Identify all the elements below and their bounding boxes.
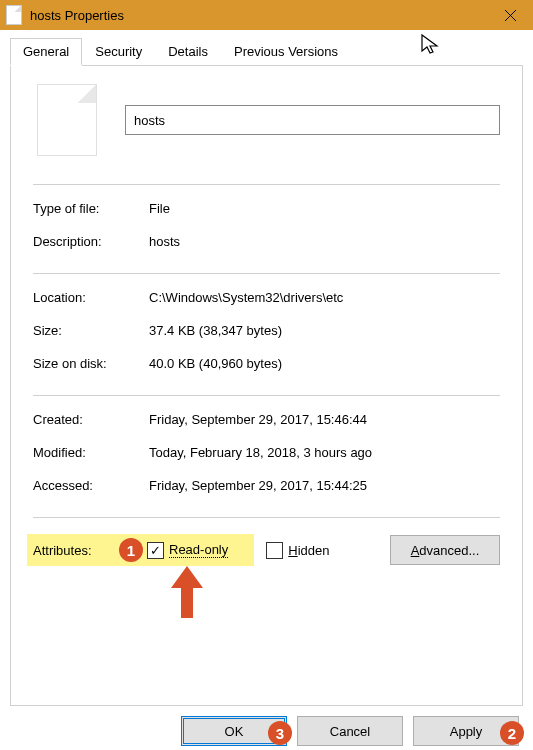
created-value: Friday, September 29, 2017, 15:46:44: [149, 412, 500, 427]
title-bar[interactable]: hosts Properties: [0, 0, 533, 30]
description-row: Description: hosts: [33, 234, 500, 249]
modified-row: Modified: Today, February 18, 2018, 3 ho…: [33, 445, 500, 460]
sizeondisk-label: Size on disk:: [33, 356, 149, 371]
created-row: Created: Friday, September 29, 2017, 15:…: [33, 412, 500, 427]
accessed-label: Accessed:: [33, 478, 149, 493]
tab-previous-versions[interactable]: Previous Versions: [221, 38, 351, 65]
divider: [33, 517, 500, 518]
modified-value: Today, February 18, 2018, 3 hours ago: [149, 445, 500, 460]
tab-details[interactable]: Details: [155, 38, 221, 65]
location-value: C:\Windows\System32\drivers\etc: [149, 290, 500, 305]
ok-button[interactable]: OK 3: [181, 716, 287, 746]
size-label: Size:: [33, 323, 149, 338]
tab-strip: General Security Details Previous Versio…: [10, 38, 523, 66]
size-value: 37.4 KB (38,347 bytes): [149, 323, 500, 338]
divider: [33, 184, 500, 185]
accessed-row: Accessed: Friday, September 29, 2017, 15…: [33, 478, 500, 493]
sizeondisk-value: 40.0 KB (40,960 bytes): [149, 356, 500, 371]
apply-button[interactable]: Apply 2: [413, 716, 519, 746]
modified-label: Modified:: [33, 445, 149, 460]
attributes-label: Attributes:: [33, 543, 119, 558]
annotation-badge-3: 3: [268, 721, 292, 745]
readonly-checkbox[interactable]: [147, 542, 164, 559]
hidden-label[interactable]: Hidden: [288, 543, 329, 558]
file-icon: [6, 5, 22, 25]
annotation-badge-1: 1: [119, 538, 143, 562]
dialog-button-row: OK 3 Cancel Apply 2: [0, 706, 533, 750]
tab-general[interactable]: General: [10, 38, 82, 66]
readonly-label[interactable]: Read-only: [169, 542, 228, 558]
cancel-button[interactable]: Cancel: [297, 716, 403, 746]
advanced-button[interactable]: Advanced...: [390, 535, 500, 565]
accessed-value: Friday, September 29, 2017, 15:44:25: [149, 478, 500, 493]
location-row: Location: C:\Windows\System32\drivers\et…: [33, 290, 500, 305]
close-button[interactable]: [488, 0, 533, 30]
created-label: Created:: [33, 412, 149, 427]
type-label: Type of file:: [33, 201, 149, 216]
window-title: hosts Properties: [30, 8, 124, 23]
tab-security[interactable]: Security: [82, 38, 155, 65]
divider: [33, 273, 500, 274]
description-value: hosts: [149, 234, 500, 249]
general-panel: Type of file: File Description: hosts Lo…: [10, 66, 523, 706]
location-label: Location:: [33, 290, 149, 305]
size-row: Size: 37.4 KB (38,347 bytes): [33, 323, 500, 338]
arrow-up-icon: [169, 566, 205, 618]
hidden-checkbox[interactable]: [266, 542, 283, 559]
filename-input[interactable]: [125, 105, 500, 135]
highlight-annotation: Attributes: 1 Read-only: [27, 534, 254, 566]
divider: [33, 395, 500, 396]
attributes-row: Attributes: 1 Read-only Hidden Advanced.…: [33, 534, 500, 566]
size-on-disk-row: Size on disk: 40.0 KB (40,960 bytes): [33, 356, 500, 371]
close-icon: [505, 10, 516, 21]
type-value: File: [149, 201, 500, 216]
annotation-badge-2: 2: [500, 721, 524, 745]
type-of-file-row: Type of file: File: [33, 201, 500, 216]
description-label: Description:: [33, 234, 149, 249]
document-icon: [37, 84, 97, 156]
